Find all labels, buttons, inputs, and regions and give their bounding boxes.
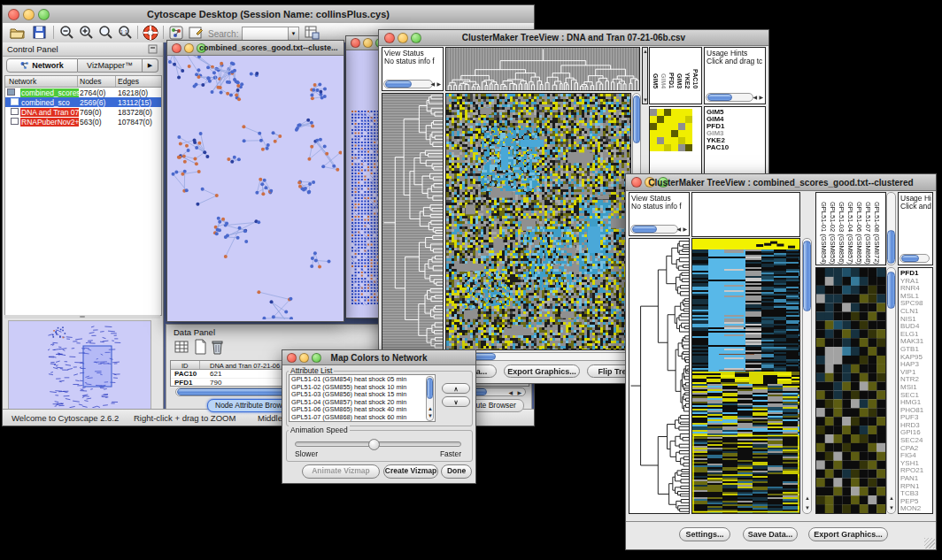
- heatmap-column-label: GPL51-08 (GSM872): [872, 202, 881, 265]
- export-graphics-button[interactable]: Export Graphics...: [808, 527, 888, 541]
- open-folder-icon[interactable]: [10, 26, 25, 39]
- usage-hints-scrollbar[interactable]: [706, 93, 753, 102]
- help-lifering-icon[interactable]: [143, 25, 158, 41]
- folder-icon: [7, 88, 15, 96]
- network-name[interactable]: RNAPuberNov2+: [20, 118, 79, 127]
- resize-grip[interactable]: [924, 538, 935, 548]
- col-nodes[interactable]: Nodes: [80, 77, 102, 86]
- float-panel-icon[interactable]: [148, 44, 158, 54]
- tv1-column-dendrogram[interactable]: [445, 47, 640, 91]
- slider-thumb[interactable]: [368, 439, 380, 450]
- network-name[interactable]: combined_sco: [20, 98, 71, 107]
- view-status-scrollbar[interactable]: [630, 225, 678, 234]
- cell-value: 621: [210, 370, 221, 378]
- right-arrow-icon[interactable]: ▶: [436, 81, 441, 87]
- map-colors-dialog: Map Colors to Network Attribute List GPL…: [282, 349, 476, 484]
- tv1-heatmap[interactable]: [445, 93, 631, 350]
- attribute-browser-icon[interactable]: [305, 26, 320, 40]
- create-vizmapbutton[interactable]: Create Vizmap: [383, 464, 438, 479]
- up-arrow-icon[interactable]: ▲: [805, 495, 810, 501]
- heatmap-column-label: GIM4: [660, 73, 668, 88]
- tv2-labels-vscrollbar[interactable]: [886, 192, 896, 265]
- usage-hints-scrollbar[interactable]: [900, 254, 930, 263]
- tv1-row-dendrogram[interactable]: [382, 93, 444, 350]
- network-edges: 16218(0): [118, 88, 148, 97]
- faster-label: Faster: [440, 449, 461, 458]
- minimize-icon[interactable]: [363, 38, 373, 48]
- main-title-bar[interactable]: Cytoscape Desktop (Session Name: collins…: [3, 5, 534, 24]
- attr-column-header[interactable]: DNA and Tran 07-21-06: [210, 362, 280, 370]
- network-window-title: combined_scores_good.txt--cluste...: [199, 43, 340, 52]
- id-column-header[interactable]: ID: [181, 362, 189, 370]
- down-arrow-icon[interactable]: ▼: [805, 505, 810, 510]
- network-row[interactable]: RNAPuberNov2+563(0)107847(0): [5, 117, 161, 127]
- cell-id: PFD1: [174, 379, 192, 387]
- network-name[interactable]: DNA and Tran 07: [20, 108, 79, 117]
- cell-value: 790: [210, 379, 221, 387]
- tv1-usage-hints: Usage Hints Click and drag tc ◀▶: [704, 47, 766, 104]
- view-status-text: No status info f: [384, 57, 435, 65]
- zoom-selected-icon[interactable]: [98, 25, 113, 40]
- trash-icon[interactable]: [211, 339, 224, 355]
- zoom-fit-icon[interactable]: 1:1: [118, 25, 133, 40]
- network-name[interactable]: combined_scores: [20, 88, 79, 97]
- heatmap-column-label: GPL51-01 (GSM854): [819, 202, 828, 265]
- annotation-icon[interactable]: [189, 26, 203, 40]
- doc-icon: [11, 108, 19, 115]
- move-down-button[interactable]: ∨: [442, 396, 470, 407]
- tab-network[interactable]: Network: [6, 58, 78, 73]
- animation-speed-slider[interactable]: [295, 441, 461, 447]
- tv2-row-dendrogram[interactable]: [629, 238, 690, 514]
- network-row[interactable]: combined_scores2764(0)16218(0): [5, 88, 161, 97]
- network-edges: 13112(15): [118, 98, 151, 107]
- panel-splitter[interactable]: [4, 315, 160, 318]
- attribute-list-vscrollbar[interactable]: ▲▼: [426, 376, 434, 421]
- left-arrow-icon[interactable]: ◀: [430, 81, 435, 87]
- cell-id: PAC10: [174, 370, 197, 378]
- import-network-icon[interactable]: [169, 26, 183, 40]
- new-document-icon[interactable]: [194, 339, 207, 355]
- donebutton[interactable]: Done: [441, 464, 472, 479]
- zoom-out-icon[interactable]: [59, 25, 74, 40]
- attribute-listbox[interactable]: GPL51-01 (GSM854) heat shock 05 minGPL51…: [289, 374, 436, 422]
- col-network[interactable]: Network: [9, 77, 36, 86]
- animate-vizmapbutton[interactable]: Animate Vizmap: [302, 464, 380, 479]
- minimize-icon[interactable]: [184, 43, 194, 53]
- tab-more-label: ▶: [148, 62, 152, 69]
- tv2-heatmap[interactable]: [691, 238, 800, 514]
- tv2-zoom-heatmap[interactable]: [815, 267, 886, 514]
- export-graphics-button[interactable]: Export Graphics...: [504, 364, 580, 378]
- tv2-view-status: View Status No status info f ◀▶: [629, 192, 690, 236]
- network-view-1[interactable]: [167, 56, 344, 321]
- close-icon[interactable]: [351, 38, 360, 48]
- settings-button[interactable]: Settings...: [679, 527, 730, 541]
- heatmap-column-label: YKE2: [683, 73, 691, 88]
- attribute-list-item[interactable]: GPL51-07 (GSM868) heat shock 60 min: [291, 414, 406, 422]
- tv1-column-labels: GIM5GIM4PFD1GIM3YKE2PAC10: [649, 47, 702, 104]
- view-status-scrollbar[interactable]: [383, 80, 433, 88]
- network-table-header[interactable]: Network Nodes Edges: [5, 76, 161, 88]
- tab-more[interactable]: ▶: [143, 58, 158, 73]
- network-row[interactable]: combined_sco2569(6)13112(15): [5, 97, 161, 107]
- move-up-button[interactable]: ∧: [442, 383, 470, 394]
- col-edges[interactable]: Edges: [118, 77, 139, 86]
- network-overview[interactable]: [8, 320, 151, 410]
- tv2-gene-vscrollbar[interactable]: ▲▼: [886, 267, 896, 514]
- save-icon[interactable]: [33, 26, 46, 39]
- tv2-main-vscrollbar[interactable]: ▲ ▼: [802, 238, 812, 514]
- status-rightclick: Right-click + drag to ZOOM: [134, 413, 236, 423]
- close-icon[interactable]: [172, 43, 181, 53]
- main-window-title: Cytoscape Desktop (Session Name: collins…: [3, 9, 534, 19]
- heatmap-column-label: PFD1: [668, 73, 676, 88]
- network-row[interactable]: DNA and Tran 07769(0)183728(0): [5, 107, 161, 117]
- save-data-button[interactable]: Save Data...: [743, 527, 798, 541]
- svg-text:1:1: 1:1: [120, 29, 128, 35]
- network-edges: 107847(0): [118, 118, 152, 127]
- tv1-label-scroll-strip[interactable]: ▲▼: [642, 47, 648, 104]
- gene-label[interactable]: MON2: [900, 505, 923, 513]
- doc-icon: [11, 118, 19, 125]
- status-welcome: Welcome to Cytoscape 2.6.2: [12, 413, 119, 423]
- table-icon[interactable]: [174, 340, 189, 354]
- zoom-in-icon[interactable]: [79, 25, 94, 40]
- tab-vizmapper[interactable]: VizMapper™: [78, 58, 143, 73]
